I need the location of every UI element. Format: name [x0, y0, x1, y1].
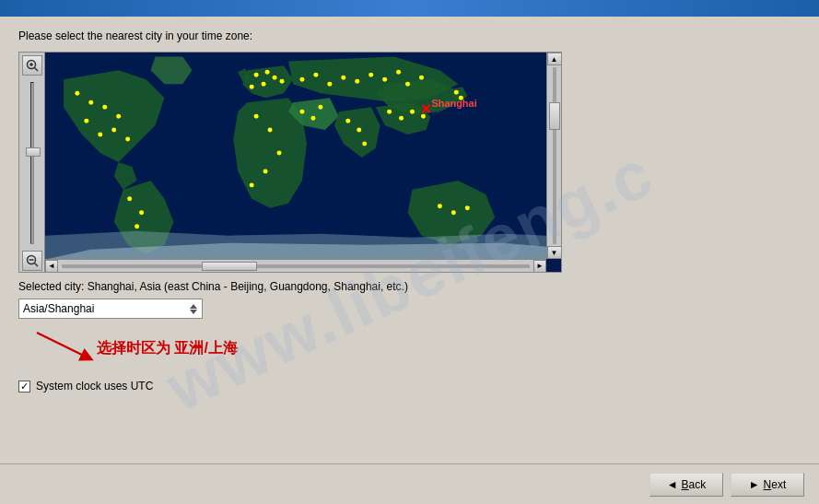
svg-point-13: [280, 79, 285, 84]
svg-point-21: [327, 82, 332, 87]
svg-point-27: [405, 82, 410, 87]
svg-point-50: [451, 210, 456, 215]
back-button[interactable]: ◄ Back: [649, 473, 723, 497]
hscroll-thumb[interactable]: [202, 262, 257, 271]
svg-point-22: [341, 76, 345, 80]
svg-point-20: [313, 73, 318, 77]
bottom-navigation-bar: ◄ Back ► Next: [0, 463, 819, 504]
next-label: Next: [764, 478, 787, 491]
back-label: Back: [682, 478, 707, 491]
svg-point-48: [135, 224, 139, 229]
svg-point-54: [318, 105, 322, 110]
svg-point-25: [382, 77, 387, 82]
svg-point-9: [265, 70, 270, 75]
svg-point-34: [410, 110, 415, 114]
prompt-label: Please select the nearest city in your t…: [18, 29, 801, 42]
hscroll-right-arrow[interactable]: ►: [533, 260, 546, 273]
vscroll-track[interactable]: [553, 67, 556, 244]
map-horizontal-scrollbar[interactable]: ◄ ►: [45, 259, 546, 272]
svg-point-33: [399, 116, 404, 121]
svg-point-47: [139, 210, 144, 215]
back-arrow-icon: ◄: [667, 478, 678, 491]
svg-point-35: [421, 114, 426, 119]
svg-point-46: [127, 196, 132, 201]
svg-text:Shanghai: Shanghai: [431, 98, 476, 109]
svg-point-45: [84, 119, 88, 123]
svg-point-12: [250, 85, 254, 89]
svg-point-43: [125, 137, 130, 142]
selected-city-label: Selected city: Shanghai, Asia (east Chin…: [18, 280, 801, 293]
zoom-out-button[interactable]: [22, 251, 42, 271]
annotation-container: 选择时区为 亚洲/上海: [18, 328, 801, 365]
utc-row: ✓ System clock uses UTC: [18, 380, 801, 393]
svg-point-10: [273, 76, 277, 80]
vscroll-thumb[interactable]: [549, 102, 560, 130]
svg-point-32: [387, 110, 392, 114]
svg-point-29: [345, 119, 350, 123]
svg-point-41: [116, 114, 121, 119]
main-content: Please select the nearest city in your t…: [0, 17, 819, 405]
world-map-svg: Shanghai: [45, 53, 546, 259]
annotation-text: 选择时区为 亚洲/上海: [97, 339, 238, 358]
timezone-select-wrapper[interactable]: Asia/Shanghai Asia/Beijing UTC: [18, 299, 203, 319]
next-arrow-icon: ►: [749, 478, 760, 491]
svg-point-18: [250, 182, 254, 187]
svg-point-51: [465, 205, 470, 210]
zoom-slider-thumb[interactable]: [26, 147, 41, 157]
svg-point-24: [369, 73, 373, 77]
vscroll-down-arrow[interactable]: ▼: [547, 246, 562, 259]
vscroll-up-arrow[interactable]: ▲: [547, 53, 562, 65]
svg-point-17: [263, 169, 268, 173]
timezone-select[interactable]: Asia/Shanghai Asia/Beijing UTC: [18, 299, 203, 319]
svg-point-39: [88, 100, 93, 105]
zoom-slider-track[interactable]: [30, 82, 34, 244]
checkbox-check-icon: ✓: [20, 381, 29, 392]
svg-point-31: [362, 142, 367, 147]
world-map-container[interactable]: ▲ ▼ ◄ ►: [18, 52, 562, 273]
hscroll-track[interactable]: [62, 264, 530, 268]
utc-label: System clock uses UTC: [36, 380, 153, 393]
svg-point-30: [357, 128, 361, 133]
svg-point-8: [254, 73, 259, 77]
svg-point-26: [396, 70, 401, 75]
svg-point-53: [310, 116, 315, 121]
timezone-select-row: Asia/Shanghai Asia/Beijing UTC: [18, 299, 801, 319]
utc-checkbox[interactable]: ✓: [18, 381, 30, 393]
map-vertical-scrollbar[interactable]: ▲ ▼: [546, 53, 561, 259]
svg-line-59: [37, 333, 88, 357]
svg-point-49: [438, 204, 442, 208]
svg-point-36: [454, 90, 459, 95]
svg-point-44: [98, 133, 102, 137]
svg-point-42: [111, 128, 116, 133]
svg-point-15: [268, 128, 273, 133]
next-button[interactable]: ► Next: [731, 473, 804, 497]
red-arrow-icon: [28, 328, 101, 365]
svg-point-19: [299, 77, 304, 82]
svg-point-28: [419, 76, 424, 80]
svg-line-5: [34, 264, 38, 267]
zoom-in-button[interactable]: [22, 55, 42, 76]
svg-point-14: [254, 114, 259, 119]
svg-point-23: [355, 79, 359, 84]
map-display[interactable]: Shanghai: [45, 53, 546, 259]
svg-point-16: [277, 151, 282, 156]
svg-line-1: [34, 68, 38, 72]
svg-point-52: [299, 110, 304, 114]
header-bar: [0, 0, 819, 17]
svg-point-11: [262, 82, 266, 87]
hscroll-left-arrow[interactable]: ◄: [45, 260, 58, 273]
svg-point-40: [102, 105, 107, 110]
svg-point-38: [75, 91, 79, 96]
zoom-controls: [19, 53, 45, 273]
